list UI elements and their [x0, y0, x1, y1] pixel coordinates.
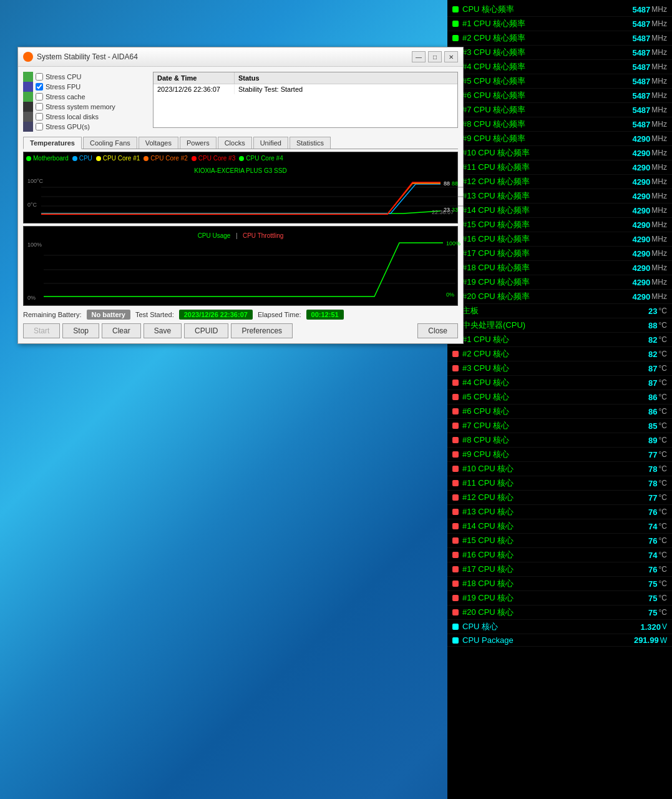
- sensor-value: 86: [648, 393, 657, 402]
- sensor-name: #10 CPU 核心频率: [462, 147, 627, 159]
- sensor-indicator: [452, 365, 459, 371]
- stress-cpu-item[interactable]: Stress CPU: [23, 72, 148, 82]
- throttle-label: CPU Throttling: [243, 232, 283, 239]
- sensor-row: CPU Package291.99 W: [447, 634, 672, 647]
- sensor-unit: °C: [659, 335, 667, 344]
- sensor-row: #9 CPU 核心频率4290 MHz: [447, 132, 672, 146]
- sensor-name: #4 CPU 核心频率: [462, 61, 627, 72]
- sensor-name: #20 CPU 核心频率: [462, 291, 627, 302]
- tab-cooling-fans[interactable]: Cooling Fans: [83, 137, 137, 149]
- stress-memory-item[interactable]: Stress system memory: [23, 102, 148, 112]
- sensor-indicator: [452, 423, 459, 429]
- stop-button[interactable]: Stop: [62, 323, 99, 338]
- sensor-row: #4 CPU 核心频率5487 MHz: [447, 60, 672, 74]
- close-button[interactable]: ✕: [444, 51, 458, 62]
- svg-text:100%: 100%: [446, 242, 460, 247]
- tab-powers[interactable]: Powers: [180, 137, 217, 149]
- sensor-unit: MHz: [651, 48, 667, 57]
- sensor-name: CPU Package: [462, 635, 629, 645]
- sensor-indicator: [452, 35, 459, 41]
- tab-voltages[interactable]: Voltages: [139, 137, 178, 149]
- sensor-name: #9 CPU 核心频率: [462, 133, 627, 144]
- stress-cpu-checkbox[interactable]: [36, 73, 43, 81]
- close-window-button[interactable]: Close: [417, 323, 458, 338]
- sensor-row: #12 CPU 核心77 °C: [447, 491, 672, 505]
- sensor-unit: V: [662, 622, 667, 631]
- sensor-name: #9 CPU 核心: [462, 449, 643, 460]
- sensor-name: #16 CPU 核心: [462, 549, 643, 561]
- sensor-row: #1 CPU 核心82 °C: [447, 333, 672, 347]
- sensor-indicator: [452, 624, 459, 630]
- sensor-name: #3 CPU 核心: [462, 363, 643, 374]
- legend-dot-core2: [144, 156, 149, 161]
- legend-core1: CPU Core #1: [96, 155, 140, 162]
- sensor-indicator: [452, 552, 459, 558]
- sensor-row: #19 CPU 核心频率4290 MHz: [447, 275, 672, 290]
- sensor-name: #12 CPU 核心: [462, 492, 643, 503]
- sensor-row: #14 CPU 核心74 °C: [447, 519, 672, 534]
- sensor-value: 74: [648, 522, 657, 531]
- sensor-unit: MHz: [651, 5, 667, 14]
- tab-clocks[interactable]: Clocks: [218, 137, 252, 149]
- stress-cache-checkbox[interactable]: [36, 93, 43, 100]
- sensor-unit: °C: [659, 479, 667, 488]
- preferences-button[interactable]: Preferences: [231, 323, 293, 338]
- start-button[interactable]: Start: [23, 323, 60, 338]
- cpu-icon: [23, 72, 33, 82]
- sensor-name: #14 CPU 核心: [462, 521, 643, 532]
- sensor-unit: MHz: [651, 91, 667, 100]
- stress-gpu-checkbox[interactable]: [36, 123, 43, 130]
- sensor-value: 75: [648, 594, 657, 603]
- sensor-name: #5 CPU 核心: [462, 391, 643, 403]
- log-datetime: 2023/12/26 22:36:07: [153, 84, 235, 94]
- sensor-name: #17 CPU 核心频率: [462, 248, 627, 259]
- save-button[interactable]: Save: [144, 323, 182, 338]
- sensor-value: 4290: [632, 163, 650, 172]
- tab-unified[interactable]: Unified: [253, 137, 288, 149]
- sensor-unit: °C: [659, 378, 667, 387]
- battery-value: No battery: [87, 310, 130, 320]
- stress-cache-item[interactable]: Stress cache: [23, 92, 148, 102]
- sensor-unit: MHz: [651, 292, 667, 301]
- window-content: Stress CPU Stress FPU Stress cache Stres…: [18, 67, 463, 343]
- sensor-row: #17 CPU 核心76 °C: [447, 562, 672, 577]
- stress-disk-checkbox[interactable]: [36, 113, 43, 120]
- sensor-row: #11 CPU 核心78 °C: [447, 476, 672, 491]
- stress-memory-checkbox[interactable]: [36, 103, 43, 110]
- tab-temperatures[interactable]: Temperatures: [23, 137, 82, 149]
- stress-disk-item[interactable]: Stress local disks: [23, 112, 148, 122]
- window-title: System Stability Test - AIDA64: [37, 52, 412, 61]
- sensor-name: #13 CPU 核心频率: [462, 190, 627, 202]
- stress-gpu-item[interactable]: Stress GPU(s): [23, 122, 148, 132]
- sensor-value: 291.99: [634, 635, 659, 645]
- sensor-row: #2 CPU 核心频率5487 MHz: [447, 31, 672, 46]
- battery-label: Remaining Battery:: [23, 311, 82, 318]
- sensor-name: #11 CPU 核心频率: [462, 162, 627, 173]
- sensor-name: #1 CPU 核心: [462, 334, 643, 345]
- sensor-unit: MHz: [651, 177, 667, 186]
- title-bar[interactable]: System Stability Test - AIDA64 — □ ✕: [18, 47, 463, 67]
- sensor-name: #6 CPU 核心: [462, 406, 643, 417]
- stress-disk-label: Stress local disks: [46, 113, 99, 120]
- sensor-name: #16 CPU 核心频率: [462, 233, 627, 245]
- chart-time-label: 22:36:07: [432, 209, 454, 215]
- tab-statistics[interactable]: Statistics: [290, 137, 331, 149]
- sensor-indicator: [452, 566, 459, 572]
- sensor-value: 82: [648, 335, 657, 345]
- clear-button[interactable]: Clear: [102, 323, 141, 338]
- cpuid-button[interactable]: CPUID: [184, 323, 228, 338]
- stress-fpu-item[interactable]: Stress FPU: [23, 82, 148, 92]
- minimize-button[interactable]: —: [412, 51, 426, 62]
- sensor-unit: °C: [659, 364, 667, 373]
- legend-label-core2: CPU Core #2: [150, 155, 187, 162]
- stress-fpu-checkbox[interactable]: [36, 83, 43, 91]
- sensor-unit: MHz: [651, 62, 667, 71]
- sensor-indicator: [452, 408, 459, 414]
- sensor-unit: MHz: [651, 192, 667, 200]
- sensor-row: #3 CPU 核心频率5487 MHz: [447, 46, 672, 60]
- sensor-row: #9 CPU 核心77 °C: [447, 448, 672, 462]
- fpu-icon: [23, 82, 33, 92]
- sensor-value: 4290: [632, 263, 650, 273]
- sensor-name: #19 CPU 核心频率: [462, 277, 627, 288]
- maximize-button[interactable]: □: [428, 51, 442, 62]
